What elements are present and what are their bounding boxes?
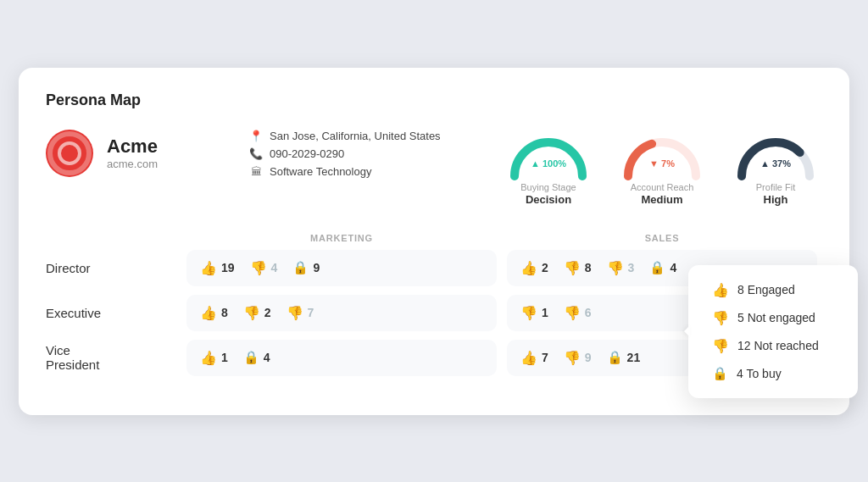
dir-mkt-up-val: 19 xyxy=(221,261,235,274)
vp-marketing-cell: 👍 1 🔒 4 xyxy=(186,340,497,376)
dir-sales-lock: 🔒 4 xyxy=(649,260,676,275)
gauge-account-reach: ▼ 7% Account Reach Medium xyxy=(615,130,709,206)
thumbs-up-icon: 👍 xyxy=(200,350,217,366)
gauge-profile-fit-chart: ▲ 37% xyxy=(733,130,818,180)
svg-text:▲ 100%: ▲ 100% xyxy=(531,158,566,169)
vp-sales-up-val: 7 xyxy=(542,351,548,364)
vp-sales-neutral: 👎 9 xyxy=(564,350,592,366)
vp-mkt-up-val: 1 xyxy=(221,351,228,364)
exec-mkt-neutral: 👎 7 xyxy=(287,305,314,321)
exec-sales-neutral-val: 6 xyxy=(585,306,592,319)
thumbs-up-icon: 👍 xyxy=(200,260,217,276)
row-label-director: Director xyxy=(46,261,181,275)
exec-sales-neutral: 👎 6 xyxy=(564,305,592,321)
dir-sales-up: 👍 2 xyxy=(520,260,548,276)
thumbs-neutral-icon: 👎 xyxy=(564,305,581,321)
tooltip-to-buy-label: 4 To buy xyxy=(737,367,782,380)
dir-sales-down-val: 8 xyxy=(585,261,592,274)
thumbs-up-icon: 👍 xyxy=(200,305,217,321)
vp-sales-neutral-val: 9 xyxy=(585,351,592,364)
col-header-empty xyxy=(46,233,181,243)
lock-icon: 🔒 xyxy=(649,260,665,275)
industry-row: 🏛 Software Technology xyxy=(249,165,453,178)
dir-mkt-lock: 🔒 9 xyxy=(292,260,320,275)
tooltip-down-icon: 👎 xyxy=(712,310,729,326)
thumbs-down-icon: 👎 xyxy=(564,260,581,276)
exec-sales-down-val: 1 xyxy=(542,306,548,319)
phone-text: 090-2029-0290 xyxy=(270,147,344,160)
gauges-section: ▲ 100% Buying Stage Decision ▼ 7% xyxy=(502,130,822,206)
col-header-sales: SALES xyxy=(502,233,822,243)
tooltip-not-reached-label: 12 Not reached xyxy=(737,339,819,352)
company-details: 📍 San Jose, California, United States 📞 … xyxy=(249,130,453,178)
industry-text: Software Technology xyxy=(270,165,371,178)
tooltip-engaged-label: 8 Engaged xyxy=(737,283,795,296)
vp-mkt-lock: 🔒 4 xyxy=(243,350,270,365)
gauge-profile-fit-label: Profile Fit xyxy=(756,182,795,192)
thumbs-neutral-icon: 👎 xyxy=(564,350,581,366)
thumbs-neutral-icon: 👎 xyxy=(607,260,624,276)
location-text: San Jose, California, United States xyxy=(270,130,441,142)
vp-mkt-up: 👍 1 xyxy=(200,350,228,366)
tooltip-up-icon: 👍 xyxy=(712,282,729,298)
industry-icon: 🏛 xyxy=(249,165,263,178)
svg-text:▼ 7%: ▼ 7% xyxy=(649,158,675,169)
dir-sales-down: 👎 8 xyxy=(564,260,592,276)
gauge-profile-fit-sublabel: High xyxy=(764,193,788,206)
dir-mkt-up: 👍 19 xyxy=(200,260,235,276)
page-wrapper: Persona Map Acme acme.com 📍 San Jose, Ca… xyxy=(19,68,849,415)
phone-icon: 📞 xyxy=(249,147,263,160)
top-section: Acme acme.com 📍 San Jose, California, Un… xyxy=(46,130,822,206)
exec-sales-down: 👎 1 xyxy=(520,305,548,321)
table-headers: MARKETING SALES xyxy=(46,233,822,243)
lock-icon: 🔒 xyxy=(292,260,309,275)
gauge-profile-fit: ▲ 37% Profile Fit High xyxy=(729,130,822,206)
thumbs-up-icon: 👍 xyxy=(520,350,537,366)
exec-mkt-down-val: 2 xyxy=(264,306,271,319)
thumbs-down-icon: 👎 xyxy=(243,305,260,321)
exec-marketing-cell: 👍 8 👎 2 👎 7 xyxy=(186,295,497,331)
col-header-marketing: MARKETING xyxy=(181,233,502,243)
lock-icon: 🔒 xyxy=(243,350,259,365)
thumbs-down-icon: 👎 xyxy=(520,305,537,321)
row-label-executive: Executive xyxy=(46,306,181,320)
exec-mkt-down: 👎 2 xyxy=(243,305,271,321)
dir-sales-neutral: 👎 3 xyxy=(607,260,635,276)
exec-mkt-neutral-val: 7 xyxy=(308,306,314,319)
location-row: 📍 San Jose, California, United States xyxy=(249,130,453,142)
company-info: Acme acme.com xyxy=(46,130,215,177)
company-name: Acme xyxy=(107,136,158,158)
tooltip-lock-icon: 🔒 xyxy=(712,366,728,381)
company-domain: acme.com xyxy=(107,158,158,170)
gauge-buying-stage: ▲ 100% Buying Stage Decision xyxy=(502,130,595,206)
lock-icon: 🔒 xyxy=(607,350,623,365)
vp-mkt-lock-val: 4 xyxy=(264,351,270,364)
location-icon: 📍 xyxy=(249,130,263,142)
tooltip-card: 👍 8 Engaged 👎 5 Not engaged 👎 12 Not rea… xyxy=(688,265,858,398)
tooltip-not-engaged: 👎 5 Not engaged xyxy=(712,310,834,326)
gauge-account-reach-label: Account Reach xyxy=(631,182,694,192)
gauge-buying-stage-label: Buying Stage xyxy=(520,182,576,192)
vp-sales-up: 👍 7 xyxy=(520,350,548,366)
row-label-vp: VicePresident xyxy=(46,343,181,372)
phone-row: 📞 090-2029-0290 xyxy=(249,147,453,160)
gauge-account-reach-sublabel: Medium xyxy=(641,193,682,206)
dir-sales-neutral-val: 3 xyxy=(628,261,635,274)
tooltip-engaged: 👍 8 Engaged xyxy=(712,282,834,298)
gauge-account-reach-chart: ▼ 7% xyxy=(620,130,704,180)
thumbs-neutral-icon: 👎 xyxy=(250,260,267,276)
vp-sales-lock-val: 21 xyxy=(627,351,641,364)
tooltip-to-buy: 🔒 4 To buy xyxy=(712,366,834,381)
gauge-buying-stage-chart: ▲ 100% xyxy=(506,130,591,180)
gauge-buying-stage-sublabel: Decision xyxy=(526,193,571,206)
card-title: Persona Map xyxy=(46,91,822,109)
tooltip-neutral-icon: 👎 xyxy=(712,338,729,354)
tooltip-not-reached: 👎 12 Not reached xyxy=(712,338,834,354)
director-marketing-cell: 👍 19 👎 4 🔒 9 xyxy=(186,250,497,286)
tooltip-not-engaged-label: 5 Not engaged xyxy=(737,311,815,324)
exec-mkt-up: 👍 8 xyxy=(200,305,228,321)
thumbs-up-icon: 👍 xyxy=(520,260,537,276)
dir-sales-lock-val: 4 xyxy=(670,261,676,274)
dir-sales-up-val: 2 xyxy=(542,261,548,274)
company-name-block: Acme acme.com xyxy=(107,136,158,170)
